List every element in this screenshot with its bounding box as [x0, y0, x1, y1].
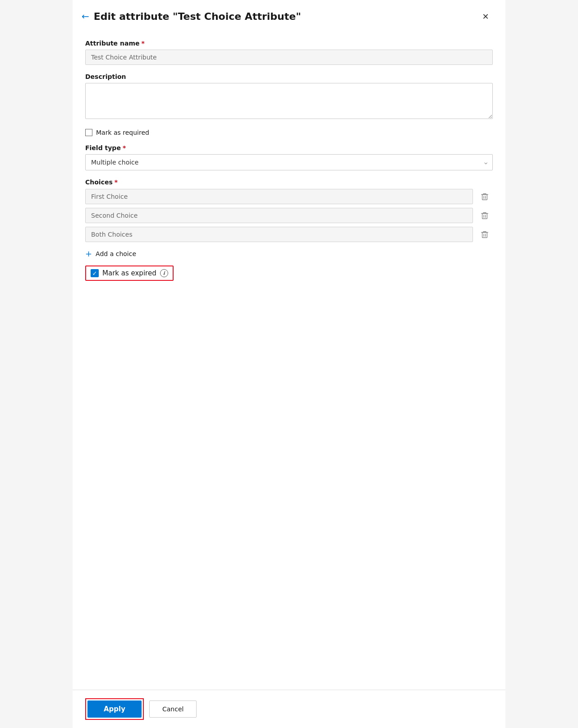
description-textarea[interactable] — [85, 83, 493, 119]
title-row: ← Edit attribute "Test Choice Attribute" — [82, 11, 301, 22]
add-choice-row[interactable]: + Add a choice — [85, 249, 493, 258]
description-group: Description — [85, 73, 493, 121]
add-choice-icon: + — [85, 249, 92, 258]
svg-rect-3 — [482, 214, 487, 219]
attribute-name-label: Attribute name * — [85, 40, 493, 47]
choice-input-2[interactable] — [85, 208, 473, 223]
attribute-name-input[interactable] — [85, 50, 493, 65]
choices-label: Choices * — [85, 179, 493, 186]
required-star: * — [141, 40, 144, 47]
back-icon[interactable]: ← — [82, 11, 89, 22]
apply-button[interactable]: Apply — [87, 701, 142, 718]
panel-header: ← Edit attribute "Test Choice Attribute"… — [73, 0, 505, 31]
choice-item-3 — [85, 226, 493, 243]
mark-expired-checkbox[interactable]: ✓ — [91, 269, 99, 277]
field-type-label: Field type * — [85, 144, 493, 151]
choices-required-star: * — [115, 179, 118, 186]
choice-input-1[interactable] — [85, 189, 473, 204]
choice-input-3[interactable] — [85, 227, 473, 242]
mark-expired-label: Mark as expired — [102, 269, 156, 277]
field-type-group: Field type * Multiple choice Single choi… — [85, 144, 493, 170]
apply-button-wrapper: Apply — [85, 698, 144, 720]
page-title: Edit attribute "Test Choice Attribute" — [94, 11, 301, 22]
edit-attribute-panel: ← Edit attribute "Test Choice Attribute"… — [73, 0, 505, 728]
mark-required-label[interactable]: Mark as required — [96, 129, 149, 136]
cancel-button[interactable]: Cancel — [149, 701, 197, 718]
attribute-name-group: Attribute name * — [85, 40, 493, 65]
choice-item-1 — [85, 188, 493, 205]
close-icon[interactable]: ✕ — [478, 9, 493, 23]
svg-rect-0 — [482, 195, 487, 200]
delete-choice-2-button[interactable] — [477, 207, 493, 224]
panel-body: Attribute name * Description Mark as req… — [73, 31, 505, 690]
panel-footer: Apply Cancel — [73, 690, 505, 728]
field-type-select-wrapper: Multiple choice Single choice Text Date … — [85, 154, 493, 170]
info-icon[interactable]: i — [160, 269, 168, 277]
choices-section: Choices * — [85, 179, 493, 243]
delete-choice-1-button[interactable] — [477, 188, 493, 205]
mark-expired-container[interactable]: ✓ Mark as expired i — [85, 266, 174, 281]
add-choice-label: Add a choice — [96, 250, 136, 257]
description-label: Description — [85, 73, 493, 80]
mark-required-checkbox[interactable] — [85, 129, 92, 136]
mark-required-row: Mark as required — [85, 129, 493, 136]
delete-choice-3-button[interactable] — [477, 226, 493, 243]
field-type-required-star: * — [123, 144, 126, 151]
svg-rect-6 — [482, 233, 487, 238]
choice-item-2 — [85, 207, 493, 224]
field-type-select[interactable]: Multiple choice Single choice Text Date — [85, 154, 493, 170]
check-icon: ✓ — [92, 270, 97, 276]
